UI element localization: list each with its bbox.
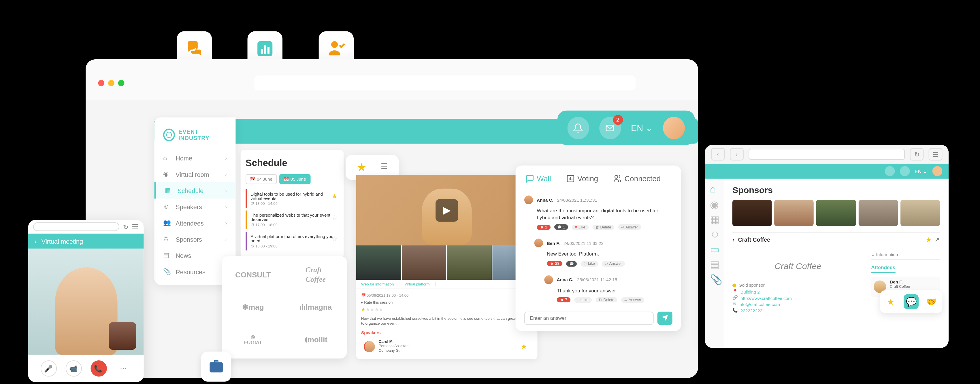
refresh-icon[interactable]: ↻ — [123, 223, 128, 230]
sidebar-item-schedule[interactable]: ▦Schedule› — [154, 182, 235, 198]
video-player[interactable]: ▶ — [356, 175, 538, 246]
favorites-view-button[interactable]: ★ — [356, 160, 367, 174]
like-button[interactable]: ♥ Like — [572, 225, 589, 230]
date-tab[interactable]: 📅 04 June — [246, 174, 277, 184]
user-avatar[interactable] — [663, 116, 685, 139]
delete-button[interactable]: 🗑 Delete — [592, 225, 614, 230]
home-icon[interactable]: ⌂ — [710, 184, 719, 192]
answer-input[interactable] — [524, 311, 654, 325]
play-button[interactable]: ▶ — [436, 199, 458, 222]
answer-button[interactable]: ↩ Answer — [621, 297, 644, 303]
sponsor-detail-breadcrumb[interactable]: ‹ Craft Coffee ★ ↗ — [732, 232, 940, 247]
tab-wall[interactable]: Wall — [525, 174, 551, 183]
user-avatar[interactable] — [932, 166, 943, 176]
sponsor-thumb[interactable] — [775, 200, 814, 226]
sponsor-logo[interactable]: ✱ mag — [229, 296, 277, 319]
news-icon[interactable]: ▤ — [710, 259, 719, 267]
share-icon[interactable]: ↗ — [935, 237, 940, 243]
comments-count[interactable]: 💬 1 — [554, 224, 568, 230]
send-button[interactable] — [657, 311, 673, 325]
messages-button[interactable]: 2 — [599, 116, 621, 139]
app-header: EN ⌄ — [705, 163, 949, 179]
camera-button[interactable]: 📹 — [65, 360, 81, 376]
calendar-icon[interactable]: ▦ — [710, 213, 719, 222]
like-button[interactable]: ♡ Like — [574, 297, 592, 303]
sponsor-phone[interactable]: 📞 222222222 — [732, 307, 864, 314]
reactions-count[interactable]: ☻ 7 — [557, 298, 570, 303]
favorite-star-icon[interactable]: ★ — [520, 342, 527, 351]
language-selector[interactable]: EN ⌄ — [915, 168, 927, 174]
information-section[interactable]: ⌄ Information — [871, 250, 940, 260]
language-selector[interactable]: EN ⌄ — [631, 123, 653, 133]
tab-connected[interactable]: Connected — [613, 174, 661, 183]
notifications-button[interactable] — [885, 166, 895, 176]
sponsor-email[interactable]: ✉ info@craftcoffee.com — [732, 301, 864, 307]
sponsor-logo[interactable]: CraftCoffee — [292, 263, 339, 286]
sidebar-item-home[interactable]: ⌂Home› — [154, 150, 235, 166]
mute-button[interactable]: 🎤 — [40, 360, 56, 376]
url-bar[interactable] — [254, 75, 635, 90]
close-window-icon[interactable] — [98, 79, 104, 86]
schedule-item[interactable]: Digital tools to be used for hybrid and … — [246, 189, 339, 208]
sponsor-thumb[interactable] — [900, 200, 940, 226]
attachment-icon[interactable]: 📎 — [710, 274, 719, 282]
back-icon[interactable]: ‹ — [34, 238, 36, 244]
sponsor-logo[interactable]: CONSULT — [229, 263, 277, 286]
comments-count[interactable]: 💬 — [566, 261, 577, 267]
sponsor-thumb[interactable] — [816, 200, 856, 226]
delete-button[interactable]: 🗑 Delete — [595, 298, 617, 303]
reactions-count[interactable]: ☻ 28 — [547, 261, 562, 266]
sponsor-website[interactable]: 🔗 http://www.craftcoffee.com — [732, 295, 864, 301]
message-action[interactable]: 💬 — [904, 294, 919, 309]
date-tab-active[interactable]: 📅 05 June — [279, 174, 310, 184]
schedule-item[interactable]: The personalized website that your event… — [246, 211, 339, 229]
sponsor-thumb[interactable] — [732, 200, 772, 226]
sidebar-item-speakers[interactable]: ☺Speakers› — [154, 198, 235, 214]
favorite-icon[interactable]: ★ — [926, 237, 931, 243]
notifications-button[interactable] — [568, 116, 589, 139]
end-call-button[interactable]: 📞 — [90, 360, 107, 376]
like-button[interactable]: ♡ Like — [581, 261, 598, 267]
speaker-row[interactable]: Carol M. Personal Assistant Company G. ★ — [361, 337, 532, 355]
more-options-button[interactable]: ⋯ — [115, 360, 131, 376]
menu-icon[interactable]: ☰ — [132, 222, 138, 231]
sidebar-item-virtual-room[interactable]: ◉Virtual room› — [154, 166, 235, 182]
video-self-preview[interactable] — [109, 322, 136, 350]
maximize-window-icon[interactable] — [118, 79, 124, 86]
broadcast-icon[interactable]: ◉ — [710, 198, 719, 207]
reactions-count[interactable]: ☻ 2 — [537, 225, 550, 230]
sponsor-logo[interactable]: ⟬ mollit — [292, 328, 339, 351]
answer-button[interactable]: ↩ Answer — [618, 224, 641, 230]
favorite-action[interactable]: ★ — [884, 294, 899, 309]
sidebar-item-attendees[interactable]: 👥Attendees› — [154, 215, 235, 231]
favorite-star-icon[interactable]: ★ — [332, 193, 337, 200]
speakers-icon[interactable]: ☺ — [710, 228, 719, 237]
list-view-button[interactable] — [378, 161, 388, 173]
briefcase-icon[interactable]: ▭ — [710, 244, 719, 252]
messages-button[interactable] — [900, 166, 910, 176]
minimize-window-icon[interactable] — [108, 79, 115, 86]
participant-thumb[interactable] — [401, 246, 447, 280]
favorite-star-icon[interactable]: ☆ — [332, 235, 337, 242]
participant-thumb[interactable] — [447, 246, 492, 280]
sponsor-logo[interactable]: ◎FUGIAT — [229, 328, 277, 351]
answer-button[interactable]: ↩ Answer — [602, 261, 625, 267]
header-actions: 2 EN ⌄ — [557, 111, 695, 145]
attendees-section[interactable]: Attendees — [871, 262, 895, 273]
participant-thumb[interactable] — [356, 246, 401, 280]
sponsor-logo[interactable]: ılıl magna — [292, 296, 339, 319]
url-bar[interactable] — [749, 149, 905, 160]
phone-search[interactable] — [33, 222, 119, 231]
forward-button[interactable]: › — [730, 148, 744, 160]
sidebar-item-sponsors[interactable]: ♔Sponsors› — [154, 231, 235, 247]
sponsor-thumb[interactable] — [858, 200, 898, 226]
rating-stars[interactable]: ★★★★★ — [361, 306, 532, 312]
brand-logo[interactable]: EVENT INDUSTRY — [154, 122, 235, 150]
refresh-button[interactable]: ↻ — [910, 148, 924, 160]
back-button[interactable]: ‹ — [711, 148, 725, 160]
tab-voting[interactable]: Voting — [566, 174, 598, 183]
schedule-item[interactable]: A virtual platform that offers everythin… — [246, 232, 339, 250]
favorite-star-icon[interactable]: ☆ — [332, 214, 337, 221]
menu-button[interactable]: ☰ — [929, 148, 943, 160]
handshake-action[interactable]: 🤝 — [924, 294, 939, 309]
